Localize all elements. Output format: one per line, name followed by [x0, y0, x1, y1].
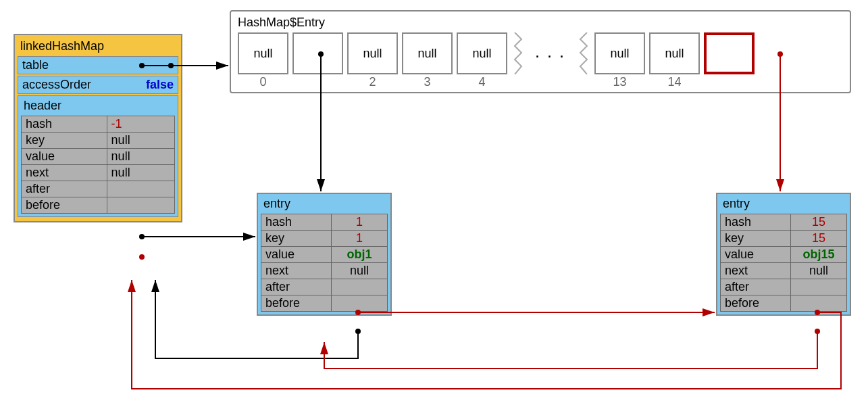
array-row: null 0 null 2 null 3 null 4 . . .: [238, 32, 843, 74]
table-row: after: [261, 279, 387, 295]
lhm-accessorder-row: accessOrder false: [18, 76, 178, 94]
array-slot: null 4: [457, 32, 507, 74]
svg-point-13: [139, 254, 145, 260]
entry1-table: hash 1 key 1 value obj1 next null after …: [261, 214, 388, 312]
entry15-table: hash 15 key 15 value obj15 next null aft…: [720, 214, 847, 312]
ellipsis: . . .: [529, 47, 573, 61]
slot-index: 3: [403, 75, 451, 89]
entry1-hash-value: 1: [332, 214, 387, 230]
slot-index: 0: [239, 75, 287, 89]
entry15-next-value: null: [791, 263, 846, 279]
table-row: value obj15: [721, 247, 846, 263]
entry15-hash-value: 15: [791, 214, 846, 230]
entry15-after-value: [791, 279, 846, 295]
header-after-value: [107, 181, 174, 197]
table-row: next null: [721, 263, 846, 279]
entry1-next-label: next: [261, 263, 332, 279]
array-slot: null 3: [402, 32, 453, 74]
table-row: before: [721, 295, 846, 311]
slot-text: null: [417, 47, 436, 61]
table-row: hash 15: [721, 214, 846, 231]
entry1-after-label: after: [261, 279, 332, 295]
slot-text: null: [472, 47, 491, 61]
entry1-key-label: key: [261, 231, 332, 246]
array-slot: null 2: [347, 32, 398, 74]
svg-point-6: [139, 234, 145, 239]
entry1-hash-label: hash: [261, 214, 332, 230]
lhm-accessorder-value: false: [146, 78, 174, 92]
table-row: key 15: [721, 231, 846, 247]
slot-text: null: [665, 47, 684, 61]
table-row: after: [721, 279, 846, 295]
header-before-label: before: [22, 197, 107, 213]
entry15-box: entry hash 15 key 15 value obj15 next nu…: [716, 193, 851, 316]
entry15-after-label: after: [721, 279, 791, 295]
entry1-after-value: [332, 279, 387, 295]
header-next-row: next null: [22, 165, 174, 181]
table-row: key 1: [261, 231, 387, 247]
table-row: next null: [261, 263, 387, 279]
entry1-key-value: 1: [332, 231, 387, 246]
lhm-table-row: table: [18, 56, 178, 74]
entry15-value-label: value: [721, 247, 791, 262]
entry1-before-value: [332, 295, 387, 311]
slot-text: null: [611, 47, 630, 61]
entry15-title: entry: [720, 197, 847, 214]
entry15-value-value: obj15: [791, 247, 846, 262]
entry15-before-label: before: [721, 295, 791, 311]
array-slot: null 13: [594, 32, 645, 74]
entry1-before-label: before: [261, 295, 332, 311]
array-slot-highlighted: [704, 32, 755, 74]
entry15-key-value: 15: [791, 231, 846, 246]
array-slot: null 0: [238, 32, 288, 74]
pointer-dot-icon: [168, 63, 174, 68]
table-row: before: [261, 295, 387, 311]
entry15-hash-label: hash: [721, 214, 791, 230]
svg-point-11: [815, 329, 820, 334]
lhm-accessorder-label: accessOrder: [22, 78, 91, 92]
header-next-label: next: [22, 165, 107, 181]
slot-index: 2: [349, 75, 397, 89]
linked-hash-map-box: linkedHashMap table accessOrder false he…: [14, 34, 182, 222]
entry1-box: entry hash 1 key 1 value obj1 next null …: [257, 193, 392, 316]
table-row: hash 1: [261, 214, 387, 231]
lhm-table-label: table: [22, 58, 49, 72]
header-hash-label: hash: [22, 116, 107, 132]
zigzag-break-icon: [577, 32, 590, 74]
slot-index: 13: [596, 75, 644, 89]
lhm-title: linkedHashMap: [18, 38, 178, 55]
slot-index: 14: [650, 75, 698, 89]
array-slot: null 14: [649, 32, 700, 74]
entry1-value-value: obj1: [332, 247, 387, 262]
svg-point-10: [355, 329, 361, 334]
entry15-before-value: [791, 295, 846, 311]
entry1-next-value: null: [332, 263, 387, 279]
entry1-value-label: value: [261, 247, 332, 262]
entry15-key-label: key: [721, 231, 791, 246]
header-key-label: key: [22, 133, 107, 148]
header-value-value: null: [107, 149, 174, 164]
header-after-label: after: [22, 181, 107, 197]
array-title: HashMap$Entry: [238, 16, 843, 30]
header-key-row: key null: [22, 133, 174, 149]
lhm-header-box: header hash -1 key null value null next …: [18, 95, 178, 217]
header-value-row: value null: [22, 149, 174, 165]
zigzag-break-icon: [511, 32, 525, 74]
slot-text: null: [363, 47, 382, 61]
header-after-row: after: [22, 181, 174, 197]
header-hash-row: hash -1: [22, 116, 174, 133]
entry1-title: entry: [261, 197, 388, 214]
array-slot: [292, 32, 343, 74]
hashmap-entry-array: HashMap$Entry null 0 null 2 null 3 null …: [230, 10, 851, 93]
header-table: hash -1 key null value null next null af…: [21, 116, 175, 214]
slot-index: 4: [458, 75, 506, 89]
slot-text: null: [253, 47, 272, 61]
table-row: value obj1: [261, 247, 387, 263]
header-hash-value: -1: [107, 116, 174, 132]
lhm-header-title: header: [21, 99, 175, 116]
header-before-row: before: [22, 197, 174, 213]
header-before-value: [107, 197, 174, 213]
header-value-label: value: [22, 149, 107, 164]
entry15-next-label: next: [721, 263, 791, 279]
header-next-value: null: [107, 165, 174, 181]
